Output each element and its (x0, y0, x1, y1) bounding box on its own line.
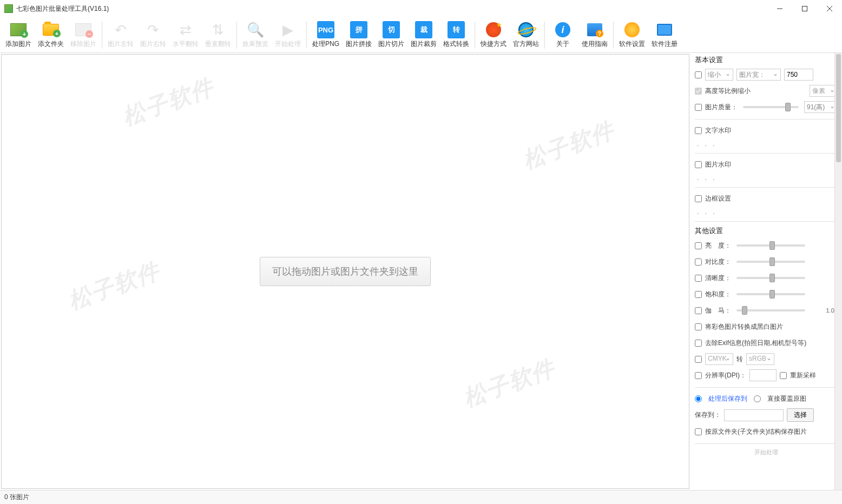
image-slice-button[interactable]: 切 图片切片 (375, 18, 407, 52)
shrink-checkbox[interactable] (695, 71, 702, 78)
canvas-dropzone[interactable]: 松子软件 松子软件 松子软件 松子软件 可以拖动图片或图片文件夹到这里 (1, 54, 689, 489)
gamma-label: 伽 马： (705, 306, 731, 315)
image-watermark-checkbox[interactable] (695, 161, 702, 168)
width-input[interactable] (784, 69, 813, 81)
flip-v-icon: ⇅ (209, 21, 227, 38)
statusbar: 0 张图片 (0, 490, 842, 504)
cmyk-select[interactable]: CMYK (705, 353, 733, 365)
border-checkbox[interactable] (695, 195, 702, 202)
overwrite-radio[interactable] (754, 395, 761, 402)
settings-button[interactable]: 软件设置 (616, 18, 648, 52)
remove-image-button[interactable]: − 移除图片 (67, 18, 100, 52)
add-image-icon: + (10, 21, 27, 38)
select-folder-button[interactable]: 选择 (787, 408, 814, 422)
sharpness-slider[interactable] (736, 277, 805, 279)
quality-checkbox[interactable] (695, 104, 702, 111)
ratio-checkbox (695, 88, 702, 95)
text-watermark-label: 文字水印 (705, 126, 731, 135)
format-convert-button[interactable]: 转 格式转换 (440, 18, 472, 52)
close-button[interactable] (817, 0, 842, 17)
quality-slider[interactable] (743, 106, 799, 108)
contrast-label: 对比度： (705, 257, 731, 267)
brightness-slider[interactable] (736, 244, 805, 247)
info-icon: i (554, 21, 571, 38)
bw-checkbox[interactable] (695, 323, 702, 330)
text-watermark-checkbox[interactable] (695, 127, 702, 134)
start-button[interactable]: ▶ 开始处理 (272, 18, 304, 52)
save-to-radio-label: 处理后保存到 (708, 394, 747, 403)
border-expand[interactable]: . . . (695, 208, 838, 216)
scrollbar-thumb[interactable] (836, 54, 841, 162)
srgb-select[interactable]: sRGB (746, 353, 774, 365)
save-to-radio[interactable] (695, 395, 702, 402)
minimize-button[interactable] (767, 0, 792, 17)
save-path-input[interactable] (724, 409, 784, 421)
brightness-checkbox[interactable] (695, 242, 702, 249)
gamma-slider[interactable] (736, 309, 805, 311)
ratio-label: 高度等比例缩小 (705, 87, 751, 96)
add-folder-button[interactable]: + 添文件夹 (35, 18, 67, 52)
contrast-slider[interactable] (736, 261, 805, 263)
exif-label: 去除Exif信息(拍照日期,相机型号等) (705, 339, 806, 348)
sharpness-checkbox[interactable] (695, 275, 702, 282)
about-button[interactable]: i 关于 (547, 18, 578, 52)
gamma-checkbox[interactable] (695, 307, 702, 314)
shrink-select[interactable]: 缩小 (705, 69, 733, 81)
exif-checkbox[interactable] (695, 340, 702, 347)
register-button[interactable]: 软件注册 (648, 18, 681, 52)
book-icon: ? (586, 21, 603, 38)
dpi-input[interactable] (749, 369, 777, 381)
gamma-value: 1.00 (811, 307, 838, 314)
globe-icon (517, 21, 535, 38)
unit-select[interactable]: 像素 (810, 85, 838, 97)
remove-image-icon: − (75, 21, 92, 38)
flip-horizontal-button[interactable]: ⇄ 水平翻转 (169, 18, 202, 52)
quality-value-select[interactable]: 91(高) (804, 101, 838, 113)
saturation-checkbox[interactable] (695, 291, 702, 298)
scrollbar[interactable] (834, 53, 842, 490)
flip-h-icon: ⇄ (177, 21, 194, 38)
process-png-button[interactable]: PNG 处理PNG (309, 18, 343, 52)
saturation-slider[interactable] (736, 293, 805, 295)
rotate-left-icon: ↶ (112, 21, 129, 38)
cmyk-checkbox[interactable] (695, 356, 702, 363)
bw-label: 将彩色图片转换成黑白图片 (705, 322, 783, 331)
add-image-button[interactable]: + 添加图片 (2, 18, 35, 52)
border-label: 边框设置 (705, 194, 731, 203)
overwrite-radio-label: 直接覆盖原图 (767, 394, 806, 403)
contrast-value: 0 (811, 258, 838, 265)
app-icon (4, 4, 13, 13)
width-label-select[interactable]: 图片宽： (736, 69, 781, 81)
shortcut-icon: ★ (485, 21, 502, 38)
flip-vertical-button[interactable]: ⇅ 垂直翻转 (202, 18, 234, 52)
image-watermark-label: 图片水印 (705, 160, 731, 169)
shortcut-button[interactable]: ★ 快捷方式 (477, 18, 510, 52)
website-button[interactable]: 官方网站 (510, 18, 542, 52)
brightness-value: 0 (811, 242, 838, 249)
magnifier-icon: 🔍 (247, 21, 264, 38)
watermark: 松子软件 (459, 353, 560, 414)
guide-button[interactable]: ? 使用指南 (578, 18, 611, 52)
quality-label: 图片质量： (705, 103, 738, 112)
slice-icon: 切 (383, 21, 400, 38)
image-crop-button[interactable]: 裁 图片裁剪 (407, 18, 440, 52)
dpi-label: 分辨率(DPI)： (705, 371, 746, 380)
watermark: 松子软件 (119, 72, 219, 133)
text-watermark-expand[interactable]: . . . (695, 140, 838, 148)
rotate-right-button[interactable]: ↷ 图片右转 (137, 18, 169, 52)
preview-button[interactable]: 🔍 效果预览 (239, 18, 272, 52)
convert-to-label: 转 (736, 355, 743, 364)
watermark: 松子软件 (519, 115, 619, 176)
keep-structure-label: 按原文件夹(子文件夹)结构保存图片 (705, 427, 807, 436)
window-controls (767, 0, 842, 17)
rotate-left-button[interactable]: ↶ 图片左转 (104, 18, 137, 52)
dpi-checkbox[interactable] (695, 372, 702, 379)
image-watermark-expand[interactable]: . . . (695, 174, 838, 182)
image-join-button[interactable]: 拼 图片拼接 (343, 18, 375, 52)
start-process-button[interactable]: 开始处理 (695, 448, 838, 456)
resample-checkbox[interactable] (780, 372, 787, 379)
contrast-checkbox[interactable] (695, 258, 702, 266)
keep-structure-checkbox[interactable] (695, 428, 702, 435)
maximize-button[interactable] (792, 0, 817, 17)
rotate-right-icon: ↷ (144, 21, 162, 38)
